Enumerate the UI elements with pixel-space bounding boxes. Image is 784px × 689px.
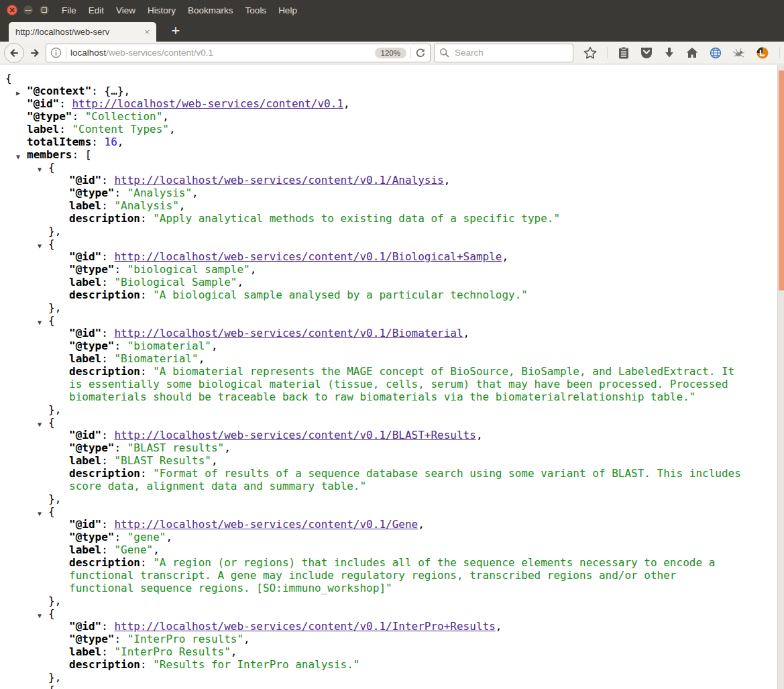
member-close-row: }, <box>0 671 741 684</box>
json-string-value: "Apply analytical methods to existing da… <box>153 212 560 225</box>
json-row-label: label: "Content Types", <box>0 123 741 136</box>
json-string-value: "Content Types" <box>72 123 169 136</box>
globe-button[interactable] <box>709 46 722 60</box>
member-id-link[interactable]: http://localhost/web-services/content/v0… <box>114 174 443 187</box>
url-bar[interactable]: localhost/web-services/content/v0.1 120% <box>46 44 431 62</box>
json-punct: , <box>211 454 218 467</box>
forward-button[interactable] <box>27 46 42 60</box>
scrollbar-track[interactable] <box>777 65 784 689</box>
member-close-row: }, <box>0 403 741 416</box>
json-key: label <box>69 454 101 467</box>
json-punct: : <box>101 352 114 365</box>
json-string-value: "Analysis" <box>114 199 178 212</box>
member-type-row: "@type": "Analysis", <box>0 187 741 199</box>
member-description-row: description: "Format of results of a seq… <box>0 467 741 492</box>
bookmark-star-button[interactable] <box>583 46 597 60</box>
json-key: "@type" <box>69 633 114 645</box>
json-key: "@id" <box>69 174 101 187</box>
json-string-value: "A region (or regions) that includes all… <box>69 556 722 594</box>
json-key: "@id" <box>69 620 101 633</box>
json-row-members: ▼members: [ <box>0 148 741 161</box>
tab-bar: http://localhost/web-serv × + <box>0 20 784 42</box>
site-info-icon[interactable] <box>50 47 62 58</box>
new-tab-button[interactable]: + <box>166 21 185 40</box>
json-key: "@type" <box>27 110 72 123</box>
back-button[interactable] <box>4 43 24 63</box>
menu-item-tools[interactable]: Tools <box>245 5 267 15</box>
json-punct: : <box>114 187 127 199</box>
member-id-link[interactable]: http://localhost/web-services/content/v0… <box>114 429 475 441</box>
member-id-link[interactable]: http://localhost/web-services/content/v0… <box>114 250 502 263</box>
json-number-value: 16 <box>105 136 117 148</box>
member-open-row: ▼{ <box>0 505 741 518</box>
url-text[interactable]: localhost/web-services/content/v0.1 <box>70 48 371 58</box>
url-path: /web-services/content/v0.1 <box>106 48 213 58</box>
member-close-row: }, <box>0 225 741 237</box>
member-type-row: "@type": "InterPro results", <box>0 633 741 645</box>
menu-item-help[interactable]: Help <box>278 5 297 15</box>
urlbar-divider <box>66 47 66 58</box>
pocket-button[interactable] <box>640 46 653 59</box>
scrollbar-thumb[interactable] <box>779 70 784 290</box>
json-key: label <box>69 645 101 658</box>
json-punct: : <box>91 136 104 148</box>
search-icon <box>439 48 449 58</box>
json-key: label <box>27 123 59 136</box>
json-punct: , <box>243 633 250 645</box>
json-punct: { <box>48 161 55 174</box>
reading-list-icon <box>618 46 630 60</box>
window-minimize-button[interactable]: — <box>23 5 34 15</box>
json-string-value: "A biomaterial represents the MAGE conce… <box>69 365 741 403</box>
json-string-value: "Results for InterPro analysis." <box>153 658 359 671</box>
json-id-link[interactable]: http://localhost/web-services/content/v0… <box>72 97 343 110</box>
search-input[interactable] <box>453 47 568 58</box>
json-key: description <box>69 288 140 301</box>
member-id-link[interactable]: http://localhost/web-services/content/v0… <box>114 518 418 531</box>
json-viewer: { ▶"@context": {…}, "@id": http://localh… <box>0 64 784 689</box>
menu-item-file[interactable]: File <box>62 5 76 15</box>
json-punct: : <box>114 263 127 276</box>
member-id-link[interactable]: http://localhost/web-services/content/v0… <box>114 620 495 633</box>
member-id-row: "@id": http://localhost/web-services/con… <box>0 327 741 339</box>
reading-list-button[interactable] <box>618 46 630 60</box>
member-description-row: description: "Apply analytical methods t… <box>0 212 741 225</box>
json-root-open: { <box>0 72 741 85</box>
zoom-level-badge[interactable]: 120% <box>375 48 406 58</box>
json-punct: { <box>48 416 55 429</box>
menu-item-history[interactable]: History <box>148 5 176 15</box>
json-punct: : <box>140 365 153 378</box>
json-punct: : <box>101 645 114 658</box>
home-button[interactable] <box>685 46 699 59</box>
member-open-row: ▼{ <box>0 684 741 689</box>
tab-title: http://localhost/web-serv <box>15 27 140 37</box>
member-type-row: "@type": "biological sample", <box>0 263 741 276</box>
member-open-row: ▼{ <box>0 607 741 620</box>
json-punct: : <box>72 110 85 123</box>
collapse-icon[interactable]: ▼ <box>38 686 42 689</box>
download-button[interactable] <box>663 46 675 59</box>
extension-spider-button[interactable] <box>732 47 746 59</box>
json-key: label <box>69 276 101 288</box>
reload-icon[interactable] <box>415 48 426 58</box>
window-close-button[interactable]: ✕ <box>7 5 17 15</box>
json-punct: , <box>237 276 243 288</box>
menu-bar-items: FileEditViewHistoryBookmarksToolsHelp <box>62 5 297 15</box>
tab-close-icon[interactable]: × <box>144 27 150 37</box>
json-string-value: "BLAST Results" <box>114 454 211 467</box>
member-id-row: "@id": http://localhost/web-services/con… <box>0 174 741 187</box>
extension-orange-button[interactable] <box>756 46 769 60</box>
window-maximize-button[interactable] <box>39 5 50 15</box>
member-description-row: description: "A region (or regions) that… <box>0 556 741 594</box>
menu-item-view[interactable]: View <box>116 5 135 15</box>
menu-item-bookmarks[interactable]: Bookmarks <box>188 5 233 15</box>
menu-item-edit[interactable]: Edit <box>89 5 104 15</box>
member-id-link[interactable]: http://localhost/web-services/content/v0… <box>114 327 463 339</box>
browser-tab[interactable]: http://localhost/web-serv × <box>9 22 156 42</box>
extension-orange-icon <box>756 46 769 60</box>
json-punct: , <box>444 174 451 187</box>
json-key: totalItems <box>27 136 91 148</box>
json-key: "@id" <box>27 97 59 110</box>
json-punct: : <box>101 199 114 212</box>
search-bar[interactable] <box>434 44 573 62</box>
json-key: "@id" <box>69 327 101 339</box>
